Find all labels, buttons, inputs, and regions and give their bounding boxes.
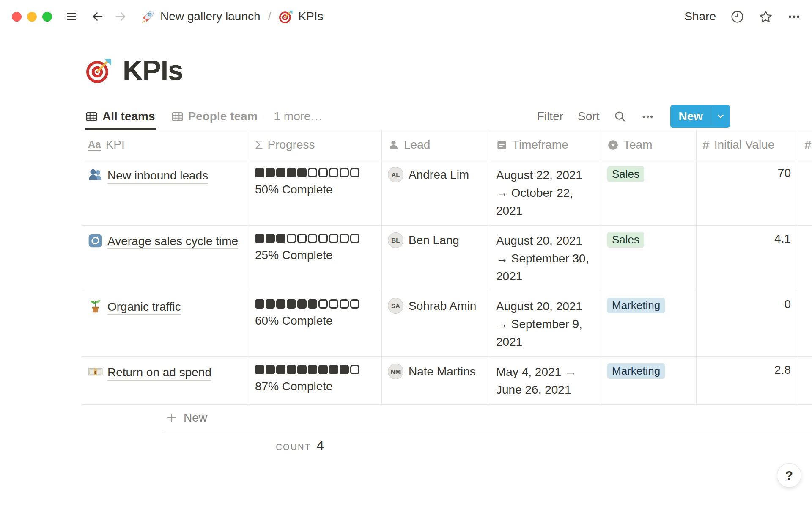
kpi-cell[interactable]: Return on ad spend (82, 357, 249, 404)
tab-all-teams[interactable]: All teams (85, 103, 155, 130)
more-options-icon[interactable] (787, 10, 801, 24)
column-label: Initial Value (714, 138, 775, 152)
number-column-icon: # (804, 138, 812, 151)
progress-cell[interactable]: 25% Complete (249, 226, 381, 291)
progress-square-empty (350, 168, 359, 177)
kpi-cell[interactable]: Organic traffic (82, 291, 249, 356)
new-button[interactable]: New (670, 105, 730, 128)
back-arrow-icon[interactable] (91, 10, 104, 23)
kpi-cell[interactable]: Average sales cycle time (82, 226, 249, 291)
plus-icon (166, 412, 178, 424)
progress-square-filled (255, 234, 264, 243)
extra-column-cell[interactable] (798, 160, 812, 225)
traffic-lights (12, 12, 52, 22)
column-header[interactable]: # (798, 130, 812, 160)
timeframe-cell[interactable]: August 20, 2021 → September 9, 2021 (490, 291, 601, 356)
column-header[interactable]: Σ Progress (249, 130, 381, 160)
column-header[interactable]: Aa KPI (82, 130, 249, 160)
table-row: Return on ad spend 87% Complete NM Nate … (82, 357, 812, 405)
page-title[interactable]: KPIs (123, 54, 183, 86)
view-toolbar: Filter Sort New (537, 105, 730, 128)
tab-people-team[interactable]: People team (171, 103, 258, 130)
timeframe-cell[interactable]: August 22, 2021 → October 22, 2021 (490, 160, 601, 225)
timeframe-cell[interactable]: August 20, 2021 → September 30, 2021 (490, 226, 601, 291)
progress-cell[interactable]: 87% Complete (249, 357, 381, 404)
initial-value-cell[interactable]: 4.1 (696, 226, 798, 291)
column-header[interactable]: Lead (381, 130, 490, 160)
progress-square-empty (350, 365, 359, 374)
banknote-emoji-icon (88, 366, 107, 379)
column-header[interactable]: Team (601, 130, 696, 160)
select-column-icon (607, 139, 619, 151)
more-views-link[interactable]: 1 more… (274, 110, 322, 123)
progress-square-filled (340, 365, 349, 374)
lead-cell[interactable]: SA Sohrab Amin (381, 291, 490, 356)
team-cell[interactable]: Marketing (601, 291, 696, 356)
zoom-window-button[interactable] (42, 12, 52, 22)
initial-value-cell[interactable]: 70 (696, 160, 798, 225)
kpi-page-link[interactable]: New inbound leads (107, 169, 208, 184)
progress-bar (255, 234, 376, 243)
chevron-down-icon[interactable] (711, 105, 730, 128)
progress-square-filled (297, 168, 307, 177)
page-target-emoji-icon[interactable] (85, 57, 112, 84)
extra-column-cell[interactable] (798, 357, 812, 404)
progress-square-filled (255, 365, 264, 374)
lead-cell[interactable]: BL Ben Lang (381, 226, 490, 291)
column-header[interactable]: # Initial Value (696, 130, 798, 160)
share-button[interactable]: Share (684, 10, 716, 23)
initial-value-cell[interactable]: 0 (696, 291, 798, 356)
count-footer[interactable]: COUNT 4 (164, 438, 331, 453)
team-tag: Sales (607, 232, 644, 248)
forward-arrow-icon[interactable] (114, 10, 127, 23)
star-favorite-icon[interactable] (759, 10, 773, 24)
progress-bar (255, 168, 376, 177)
add-new-row[interactable]: New (164, 405, 812, 431)
column-header[interactable]: Timeframe (490, 130, 601, 160)
column-label: Timeframe (512, 138, 568, 152)
progress-square-empty (350, 234, 359, 243)
topbar-actions: Share (684, 10, 801, 24)
progress-cell[interactable]: 60% Complete (249, 291, 381, 356)
clock-history-icon[interactable] (730, 10, 744, 24)
help-button[interactable]: ? (777, 463, 801, 488)
table-view-icon (85, 110, 98, 123)
filter-button[interactable]: Filter (537, 110, 563, 123)
extra-column-cell[interactable] (798, 291, 812, 356)
progress-square-empty (340, 234, 349, 243)
timeframe-cell[interactable]: May 4, 2021 → June 26, 2021 (490, 357, 601, 404)
progress-square-filled (297, 365, 307, 374)
progress-square-empty (308, 234, 317, 243)
search-icon[interactable] (614, 110, 627, 123)
progress-square-filled (287, 168, 296, 177)
progress-square-filled (308, 365, 317, 374)
add-new-row-label: New (184, 411, 207, 425)
kpi-cell[interactable]: New inbound leads (82, 160, 249, 225)
kpi-page-link[interactable]: Return on ad spend (107, 366, 211, 381)
breadcrumb-root-link[interactable]: New gallery launch (160, 10, 261, 23)
progress-cell[interactable]: 50% Complete (249, 160, 381, 225)
new-button-label[interactable]: New (670, 105, 711, 128)
table-body: New inbound leads 50% Complete AL Andrea… (82, 160, 812, 405)
team-cell[interactable]: Sales (601, 160, 696, 225)
close-window-button[interactable] (12, 12, 22, 22)
team-cell[interactable]: Sales (601, 226, 696, 291)
sort-button[interactable]: Sort (578, 110, 599, 123)
minimize-window-button[interactable] (27, 12, 37, 22)
number-column-icon: # (702, 138, 710, 151)
progress-square-filled (266, 234, 275, 243)
count-label: COUNT (276, 442, 311, 452)
team-tag: Sales (607, 166, 644, 182)
team-cell[interactable]: Marketing (601, 357, 696, 404)
initial-value-cell[interactable]: 2.8 (696, 357, 798, 404)
extra-column-cell[interactable] (798, 226, 812, 291)
sigma-column-icon: Σ (255, 138, 263, 151)
sidebar-menu-icon[interactable] (65, 10, 78, 23)
calendar-column-icon (496, 139, 508, 151)
kpi-page-link[interactable]: Organic traffic (107, 300, 181, 315)
lead-cell[interactable]: NM Nate Martins (381, 357, 490, 404)
kpi-page-link[interactable]: Average sales cycle time (107, 235, 238, 249)
view-options-ellipsis-icon[interactable] (641, 110, 654, 123)
breadcrumb-current-page[interactable]: KPIs (298, 10, 323, 23)
lead-cell[interactable]: AL Andrea Lim (381, 160, 490, 225)
